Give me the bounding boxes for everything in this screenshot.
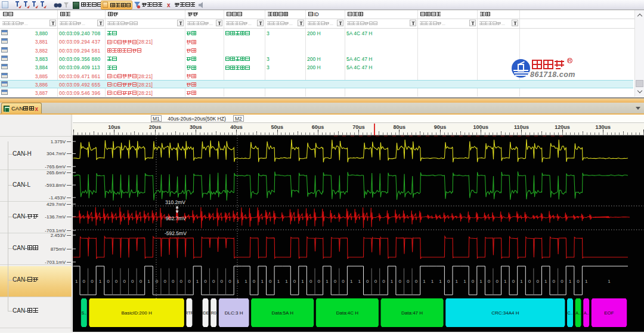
svg-text:1: 1 xyxy=(608,279,611,284)
svg-text:1: 1 xyxy=(544,279,547,284)
svg-text:C..: C.. xyxy=(568,311,573,315)
svg-text:1: 1 xyxy=(358,279,361,284)
svg-text:1: 1 xyxy=(237,279,240,284)
svg-text:0: 0 xyxy=(221,279,224,284)
svg-text:0: 0 xyxy=(293,279,296,284)
svg-text:CRC:34A4 H: CRC:34A4 H xyxy=(491,310,519,316)
svg-text:1: 1 xyxy=(301,279,304,284)
svg-text:1: 1 xyxy=(285,279,288,284)
svg-text:EOF: EOF xyxy=(604,310,614,316)
svg-text:A..: A.. xyxy=(575,311,581,315)
svg-text:0: 0 xyxy=(269,279,272,284)
svg-text:0: 0 xyxy=(407,279,410,284)
svg-text:0: 0 xyxy=(131,279,134,284)
svg-text:0: 0 xyxy=(309,279,312,284)
svg-text:0: 0 xyxy=(472,279,475,284)
svg-text:1: 1 xyxy=(456,279,459,284)
svg-text:0: 0 xyxy=(172,279,175,284)
svg-text:1: 1 xyxy=(350,279,353,284)
svg-text:1: 1 xyxy=(75,279,78,284)
svg-text:Data:5A H: Data:5A H xyxy=(271,310,293,316)
svg-text:0: 0 xyxy=(561,279,564,284)
svg-text:1: 1 xyxy=(423,279,426,284)
svg-text:1: 1 xyxy=(244,279,247,284)
svg-text:310.2mV: 310.2mV xyxy=(165,199,185,205)
svg-text:0: 0 xyxy=(91,279,94,284)
svg-text:0: 0 xyxy=(528,279,531,284)
svg-text:1: 1 xyxy=(439,279,442,284)
svg-text:1: 1 xyxy=(520,279,523,284)
svg-text:Data:4C H: Data:4C H xyxy=(336,310,359,316)
svg-text:Data:47 H: Data:47 H xyxy=(401,310,423,316)
svg-text:1: 1 xyxy=(504,279,507,284)
svg-text:BasicID:200 H: BasicID:200 H xyxy=(122,310,152,316)
svg-text:0: 0 xyxy=(212,279,215,284)
svg-text:0: 0 xyxy=(253,279,256,284)
svg-text:0: 0 xyxy=(536,279,539,284)
svg-text:0: 0 xyxy=(140,279,143,284)
svg-text:1: 1 xyxy=(147,279,150,284)
svg-text:0: 0 xyxy=(204,279,207,284)
svg-text:0: 0 xyxy=(83,279,86,284)
svg-text:0: 0 xyxy=(415,279,418,284)
svg-text:0: 0 xyxy=(553,279,556,284)
svg-text:0: 0 xyxy=(577,279,580,284)
svg-text:0: 0 xyxy=(512,279,515,284)
svg-text:1: 1 xyxy=(585,279,588,284)
svg-text:1: 1 xyxy=(277,279,280,284)
svg-text:0: 0 xyxy=(488,279,491,284)
svg-text:902.7mV: 902.7mV xyxy=(166,215,186,221)
svg-text:0: 0 xyxy=(180,279,183,284)
svg-text:RTR: RTR xyxy=(185,311,193,315)
svg-text:1: 1 xyxy=(326,279,329,284)
svg-text:0: 0 xyxy=(318,279,321,284)
svg-text:0: 0 xyxy=(398,279,401,284)
svg-text:S..: S.. xyxy=(82,311,87,315)
svg-text:0: 0 xyxy=(496,279,499,284)
svg-text:1: 1 xyxy=(196,279,199,284)
svg-text:IDE: IDE xyxy=(202,311,209,315)
svg-text:0: 0 xyxy=(447,279,450,284)
svg-text:0: 0 xyxy=(163,279,166,284)
svg-text:0: 0 xyxy=(382,279,385,284)
svg-text:0: 0 xyxy=(115,279,118,284)
svg-text:0: 0 xyxy=(156,279,159,284)
svg-text:DLC:3 H: DLC:3 H xyxy=(225,310,243,316)
svg-text:1: 1 xyxy=(431,279,434,284)
svg-text:R0: R0 xyxy=(211,311,216,315)
svg-text:1: 1 xyxy=(463,279,466,284)
svg-text:1: 1 xyxy=(479,279,482,284)
svg-text:0: 0 xyxy=(366,279,369,284)
svg-text:0: 0 xyxy=(334,279,337,284)
svg-text:0: 0 xyxy=(228,279,231,284)
svg-text:0: 0 xyxy=(374,279,377,284)
svg-text:-592.5mV: -592.5mV xyxy=(165,230,187,236)
svg-text:1: 1 xyxy=(569,279,572,284)
svg-text:A..: A.. xyxy=(584,311,589,315)
svg-text:1: 1 xyxy=(261,279,264,284)
svg-text:0: 0 xyxy=(342,279,345,284)
svg-text:0: 0 xyxy=(123,279,126,284)
svg-text:0: 0 xyxy=(107,279,110,284)
svg-text:1: 1 xyxy=(99,279,102,284)
svg-text:1: 1 xyxy=(391,279,394,284)
svg-text:0: 0 xyxy=(188,279,191,284)
